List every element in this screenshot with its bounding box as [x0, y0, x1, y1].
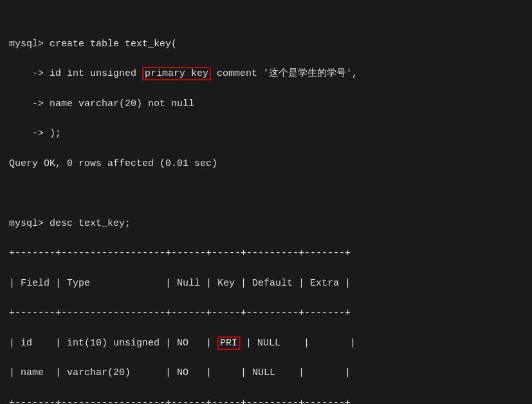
line-3: -> name varchar(20) not null [9, 96, 523, 111]
line-6 [9, 186, 523, 201]
line-2: -> id int unsigned primary key comment '… [9, 66, 523, 81]
line-8: +-------+------------------+------+-----… [9, 246, 523, 261]
line-4: -> ); [9, 126, 523, 141]
line-11-before: | id | int(10) unsigned | NO | [9, 338, 217, 349]
line-9-text: | Field | Type | Null | Key | Default | … [9, 278, 351, 289]
line-5-text: Query OK, 0 rows affected (0.01 sec) [9, 158, 217, 169]
line-6-text [9, 188, 15, 199]
line-5: Query OK, 0 rows affected (0.01 sec) [9, 156, 523, 171]
line-4-text: -> ); [9, 128, 61, 139]
pri-highlight: PRI [217, 336, 240, 350]
line-2-after: comment '这个是学生的学号', [211, 68, 358, 79]
line-9: | Field | Type | Null | Key | Default | … [9, 276, 523, 291]
line-10: +-------+------------------+------+-----… [9, 306, 523, 320]
line-13-text: +-------+------------------+------+-----… [9, 398, 351, 405]
line-13: +-------+------------------+------+-----… [9, 396, 523, 405]
line-11-after: | NULL | | [240, 338, 356, 349]
primary-key-highlight: primary key [142, 67, 211, 80]
line-12: | name | varchar(20) | NO | | NULL | | [9, 365, 523, 380]
line-3-text: -> name varchar(20) not null [9, 98, 194, 109]
line-7-text: mysql> desc text_key; [9, 218, 131, 229]
line-12-text: | name | varchar(20) | NO | | NULL | | [9, 367, 351, 378]
line-11: | id | int(10) unsigned | NO | PRI | NUL… [9, 336, 523, 351]
line-7: mysql> desc text_key; [9, 216, 523, 231]
terminal-window: mysql> create table text_key( -> id int … [9, 6, 523, 404]
line-2-before: -> id int unsigned [9, 68, 142, 79]
line-1: mysql> create table text_key( [9, 37, 523, 51]
line-10-text: +-------+------------------+------+-----… [9, 308, 351, 318]
line-1-text: mysql> create table text_key( [9, 39, 177, 50]
line-8-text: +-------+------------------+------+-----… [9, 248, 351, 259]
